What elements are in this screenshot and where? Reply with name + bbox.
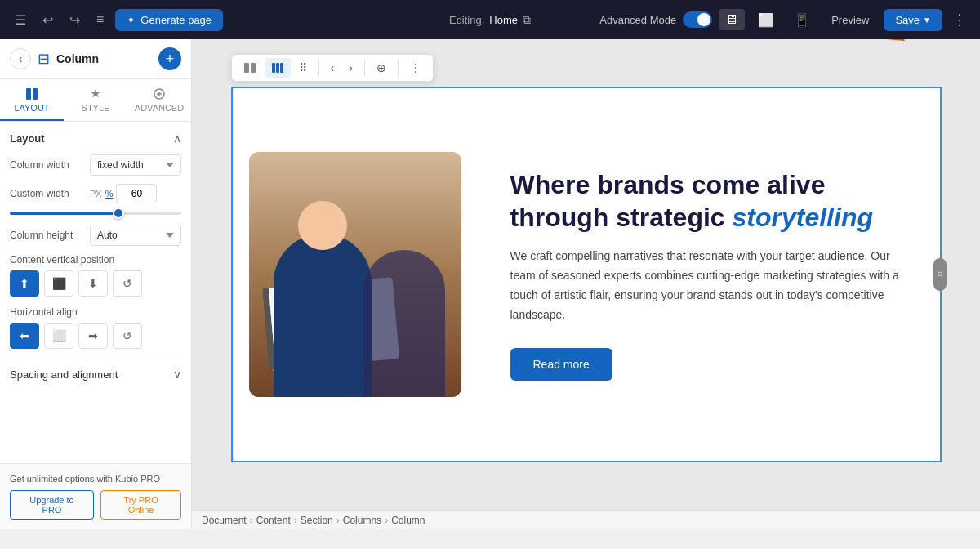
- column-width-select[interactable]: fixed width fluid fill: [90, 154, 181, 176]
- style-tab-icon: [89, 87, 102, 100]
- breadcrumb-document[interactable]: Document: [202, 515, 247, 526]
- panel-promo: Get unlimited options with Kubio PRO Upg…: [0, 463, 191, 529]
- left-panel: ‹ ⊟ Column + LAYOUT STYLE ADVANCED Layou…: [0, 39, 192, 529]
- generate-page-button[interactable]: ✦ Generate page: [115, 9, 223, 31]
- panel-title: Column: [56, 52, 152, 65]
- column-height-select[interactable]: Auto Full Custom: [90, 225, 181, 246]
- panel-add-button[interactable]: +: [158, 47, 181, 70]
- toolbar-more-button[interactable]: ⋮: [403, 58, 428, 78]
- resize-handle[interactable]: ⠿: [933, 258, 947, 291]
- svg-rect-6: [244, 63, 249, 73]
- slider-thumb: [113, 208, 124, 219]
- slider-track: [10, 212, 116, 215]
- breadcrumb-content[interactable]: Content: [256, 515, 291, 526]
- heading-italic-text: storytelling: [733, 203, 873, 232]
- width-slider[interactable]: [10, 212, 181, 215]
- advanced-mode-toggle[interactable]: [683, 11, 712, 28]
- breadcrumb-sep-4: ›: [385, 515, 388, 526]
- hero-body-text: We craft compelling narratives that reso…: [510, 247, 907, 324]
- try-pro-button[interactable]: Try PRO Online: [100, 490, 181, 520]
- tab-layout[interactable]: LAYOUT: [0, 79, 64, 121]
- toolbar-3col-button[interactable]: [265, 58, 291, 78]
- vertical-middle-button[interactable]: ⬛: [44, 270, 74, 297]
- topbar-right: Advanced Mode 🖥 ⬜ 📱 Preview Save ▼ ⋮: [599, 7, 970, 32]
- spacing-collapse-icon: ∨: [173, 368, 181, 381]
- person2-body: [363, 250, 445, 397]
- svg-rect-8: [272, 63, 275, 73]
- toolbar-code-right-button[interactable]: ›: [342, 58, 359, 78]
- read-more-button[interactable]: Read more: [510, 348, 612, 381]
- breadcrumb-sep-1: ›: [250, 515, 253, 526]
- panel-back-button[interactable]: ‹: [10, 48, 31, 69]
- main-layout: ‹ ⊟ Column + LAYOUT STYLE ADVANCED Layou…: [0, 39, 980, 529]
- tablet-view-button[interactable]: ⬜: [751, 9, 781, 31]
- floating-toolbar: ⠿ ‹ › ⊕ ⋮: [231, 54, 434, 82]
- spacing-label: Spacing and alignment: [10, 368, 118, 381]
- redo-button[interactable]: ↪: [65, 9, 85, 31]
- hero-heading: Where brands come alive through strategi…: [510, 168, 907, 234]
- vertical-bottom-button[interactable]: ⬇: [78, 270, 108, 297]
- topbar: ☰ ↩ ↪ ≡ ✦ Generate page Editing: Home ⧉ …: [0, 0, 980, 39]
- vertical-position-icons: ⬆ ⬛ ⬇ ↺: [10, 270, 181, 297]
- person1-head: [298, 201, 347, 250]
- toolbar-divider3: [398, 60, 399, 76]
- breadcrumb-column[interactable]: Column: [391, 515, 425, 526]
- vertical-reset-button[interactable]: ↺: [113, 270, 142, 297]
- preview-button[interactable]: Preview: [823, 9, 877, 31]
- toggle-thumb: [697, 13, 710, 26]
- toolbar-drag-button[interactable]: ⠿: [292, 58, 314, 78]
- align-reset-button[interactable]: ↺: [113, 323, 142, 349]
- more-options-button[interactable]: ⋮: [949, 7, 970, 32]
- undo-button[interactable]: ↩: [38, 9, 58, 31]
- breadcrumb-sep-2: ›: [294, 515, 297, 526]
- horizontal-align-label: Horizontal align: [10, 306, 181, 318]
- panel-header: ‹ ⊟ Column +: [0, 39, 191, 79]
- toolbar-divider2: [364, 60, 365, 76]
- vertical-position-section: Content vertical position ⬆ ⬛ ⬇ ↺: [10, 254, 181, 297]
- toolbar-2col-button[interactable]: [237, 58, 263, 78]
- align-left-button[interactable]: ⬅: [10, 323, 39, 349]
- svg-rect-9: [276, 63, 279, 73]
- align-center-button[interactable]: ⬜: [44, 323, 74, 349]
- canvas-area: ⠿ ‹ › ⊕ ⋮: [192, 39, 980, 529]
- promo-text: Get unlimited options with Kubio PRO: [10, 474, 181, 484]
- topbar-left: ☰ ↩ ↪ ≡ ✦ Generate page: [10, 9, 223, 31]
- horizontal-align-section: Horizontal align ⬅ ⬜ ➡ ↺: [10, 306, 181, 349]
- toolbar-add-button[interactable]: ⊕: [370, 58, 393, 78]
- mobile-view-button[interactable]: 📱: [787, 9, 817, 31]
- layout-section-collapse[interactable]: ∧: [173, 132, 181, 145]
- arrow-annotation: [817, 39, 915, 59]
- generate-icon: ✦: [127, 14, 136, 26]
- svg-rect-1: [33, 88, 38, 100]
- resize-dots: ⠿: [938, 271, 942, 279]
- hero-image: [249, 152, 461, 397]
- breadcrumb-section[interactable]: Section: [301, 515, 333, 526]
- spacing-section[interactable]: Spacing and alignment ∨: [10, 359, 181, 389]
- vertical-position-label: Content vertical position: [10, 254, 181, 266]
- column-width-label: Column width: [10, 159, 83, 171]
- tab-advanced[interactable]: ADVANCED: [127, 79, 191, 121]
- upgrade-to-pro-button[interactable]: Upgrade to PRO: [10, 490, 94, 520]
- page-link-icon[interactable]: ⧉: [523, 13, 531, 27]
- 3col-icon: [271, 61, 284, 74]
- svg-marker-5: [886, 39, 905, 41]
- history-button[interactable]: ≡: [91, 9, 109, 30]
- breadcrumb-columns[interactable]: Columns: [343, 515, 381, 526]
- custom-width-row: Custom width PX %: [10, 184, 181, 203]
- menu-button[interactable]: ☰: [10, 9, 31, 31]
- align-right-button[interactable]: ➡: [78, 323, 108, 349]
- vertical-top-button[interactable]: ⬆: [10, 270, 39, 297]
- unit-pct[interactable]: %: [105, 189, 114, 199]
- slider-row: [10, 212, 181, 215]
- topbar-center: Editing: Home ⧉: [449, 13, 531, 27]
- layout-section-title: Layout: [10, 132, 45, 145]
- desktop-view-button[interactable]: 🖥: [719, 9, 745, 30]
- save-dropdown-icon[interactable]: ▼: [923, 16, 931, 25]
- tab-style[interactable]: STYLE: [64, 79, 127, 121]
- right-column: Where brands come alive through strategi…: [478, 88, 940, 461]
- toolbar-code-left-button[interactable]: ‹: [324, 58, 341, 78]
- width-input[interactable]: [116, 184, 157, 203]
- save-button[interactable]: Save ▼: [884, 9, 942, 31]
- custom-width-label: Custom width: [10, 188, 83, 199]
- svg-rect-7: [251, 63, 256, 73]
